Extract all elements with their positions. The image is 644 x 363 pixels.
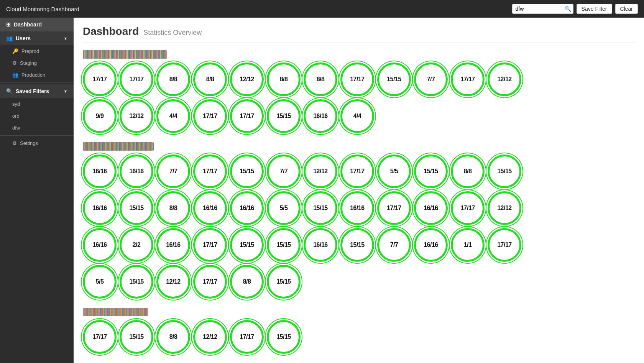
circle-item[interactable]: 17/17 <box>230 320 264 354</box>
circle-item[interactable]: 15/15 <box>377 62 411 96</box>
circle-item[interactable]: 17/17 <box>230 99 264 133</box>
circle-item[interactable]: 15/15 <box>267 320 301 354</box>
circle-item[interactable]: 7/7 <box>267 154 301 188</box>
circle-item[interactable]: 17/17 <box>83 320 117 354</box>
circle-item[interactable]: 4/4 <box>340 99 374 133</box>
clear-button[interactable]: Clear <box>615 4 638 14</box>
circle-label: 15/15 <box>276 241 291 248</box>
circle-item[interactable]: 16/16 <box>304 99 337 133</box>
circle-item[interactable]: 9/9 <box>83 99 117 133</box>
circle-item[interactable]: 17/17 <box>120 62 153 96</box>
circle-item[interactable]: 12/12 <box>304 154 337 188</box>
circle-item[interactable]: 8/8 <box>267 62 301 96</box>
search-input[interactable] <box>512 4 573 14</box>
circle-item[interactable]: 17/17 <box>193 228 227 262</box>
sidebar-item-staging[interactable]: ⚙ Staging <box>0 57 74 69</box>
section-1: 17/1717/178/88/812/128/88/817/1715/157/7… <box>83 50 635 133</box>
circle-item[interactable]: 15/15 <box>414 154 448 188</box>
circle-item[interactable]: 16/16 <box>414 228 448 262</box>
circle-item[interactable]: 17/17 <box>451 62 485 96</box>
circle-item[interactable]: 5/5 <box>83 265 117 299</box>
circle-item[interactable]: 8/8 <box>230 265 264 299</box>
circle-label: 16/16 <box>424 241 438 248</box>
search-wrapper: 🔍 <box>512 4 573 14</box>
circle-item[interactable]: 12/12 <box>120 99 153 133</box>
circle-item[interactable]: 2/2 <box>120 228 153 262</box>
sidebar-filter-syd[interactable]: syd <box>0 98 74 110</box>
circle-item[interactable]: 15/15 <box>120 265 153 299</box>
circle-item[interactable]: 15/15 <box>304 191 337 225</box>
circle-item[interactable]: 15/15 <box>340 228 374 262</box>
circle-item[interactable]: 8/8 <box>156 320 190 354</box>
sidebar-item-dashboard[interactable]: ⊞ Dashboard <box>0 18 74 31</box>
save-filter-button[interactable]: Save Filter <box>577 4 612 14</box>
circle-item[interactable]: 4/4 <box>156 99 190 133</box>
circle-item[interactable]: 8/8 <box>193 62 227 96</box>
sidebar-item-preprod[interactable]: 🔑 Preprod <box>0 45 74 57</box>
circle-item[interactable]: 16/16 <box>83 191 117 225</box>
circle-item[interactable]: 16/16 <box>83 228 117 262</box>
circle-item[interactable]: 8/8 <box>304 62 337 96</box>
circle-item[interactable]: 8/8 <box>156 62 190 96</box>
circle-item[interactable]: 12/12 <box>488 62 521 96</box>
circle-label: 17/17 <box>240 113 254 120</box>
circle-item[interactable]: 16/16 <box>230 191 264 225</box>
section-1-label-image <box>83 50 167 59</box>
sidebar-item-settings[interactable]: ⚙ Settings <box>0 137 74 149</box>
sidebar-item-production[interactable]: 👥 Production <box>0 69 74 81</box>
sidebar-saved-filters[interactable]: 🔍 Saved Filters ▼ <box>0 84 74 98</box>
sidebar-item-users[interactable]: 👥 Users ▼ <box>0 31 74 45</box>
circle-label: 15/15 <box>129 333 144 340</box>
circle-item[interactable]: 15/15 <box>488 154 521 188</box>
circle-item[interactable]: 12/12 <box>193 320 227 354</box>
circle-item[interactable]: 16/16 <box>83 154 117 188</box>
circle-item[interactable]: 16/16 <box>414 191 448 225</box>
circle-item[interactable]: 16/16 <box>193 191 227 225</box>
circle-label: 4/4 <box>353 113 361 120</box>
circle-item[interactable]: 5/5 <box>377 154 411 188</box>
circle-item[interactable]: 12/12 <box>488 191 521 225</box>
circle-label: 16/16 <box>313 113 328 120</box>
circle-item[interactable]: 12/12 <box>156 265 190 299</box>
filter-icon: 🔍 <box>6 88 13 94</box>
circle-item[interactable]: 15/15 <box>230 228 264 262</box>
circle-item[interactable]: 15/15 <box>120 191 153 225</box>
circle-item[interactable]: 7/7 <box>156 154 190 188</box>
circle-item[interactable]: 12/12 <box>230 62 264 96</box>
circle-label: 16/16 <box>166 241 181 248</box>
circle-item[interactable]: 16/16 <box>156 228 190 262</box>
circle-item[interactable]: 15/15 <box>267 265 301 299</box>
sidebar-filter-ord[interactable]: ord <box>0 110 74 122</box>
circle-label: 12/12 <box>240 76 254 83</box>
circle-item[interactable]: 8/8 <box>451 154 485 188</box>
circle-item[interactable]: 17/17 <box>451 191 485 225</box>
circle-label: 16/16 <box>203 205 217 212</box>
sidebar-filter-dfw[interactable]: dfw <box>0 122 74 134</box>
circle-item[interactable]: 17/17 <box>340 62 374 96</box>
circle-item[interactable]: 16/16 <box>340 191 374 225</box>
circle-item[interactable]: 16/16 <box>304 228 337 262</box>
circle-item[interactable]: 17/17 <box>377 191 411 225</box>
saved-filters-label: Saved Filters <box>16 88 49 94</box>
circle-label: 17/17 <box>92 333 107 340</box>
circle-item[interactable]: 17/17 <box>340 154 374 188</box>
section-2-label-image <box>83 142 154 151</box>
circle-item[interactable]: 15/15 <box>267 99 301 133</box>
circle-item[interactable]: 17/17 <box>193 265 227 299</box>
circle-item[interactable]: 5/5 <box>267 191 301 225</box>
circle-item[interactable]: 1/1 <box>451 228 485 262</box>
search-button[interactable]: 🔍 <box>565 6 571 12</box>
circle-item[interactable]: 16/16 <box>120 154 153 188</box>
circle-item[interactable]: 15/15 <box>230 154 264 188</box>
circle-item[interactable]: 17/17 <box>193 154 227 188</box>
circle-item[interactable]: 7/7 <box>377 228 411 262</box>
circle-item[interactable]: 8/8 <box>156 191 190 225</box>
circle-item[interactable]: 17/17 <box>83 62 117 96</box>
circle-item[interactable]: 15/15 <box>267 228 301 262</box>
circle-item[interactable]: 17/17 <box>193 99 227 133</box>
circle-item[interactable]: 17/17 <box>488 228 521 262</box>
circle-item[interactable]: 15/15 <box>120 320 153 354</box>
circle-label: 16/16 <box>424 205 438 212</box>
section-3-label-image <box>83 308 148 316</box>
circle-item[interactable]: 7/7 <box>414 62 448 96</box>
